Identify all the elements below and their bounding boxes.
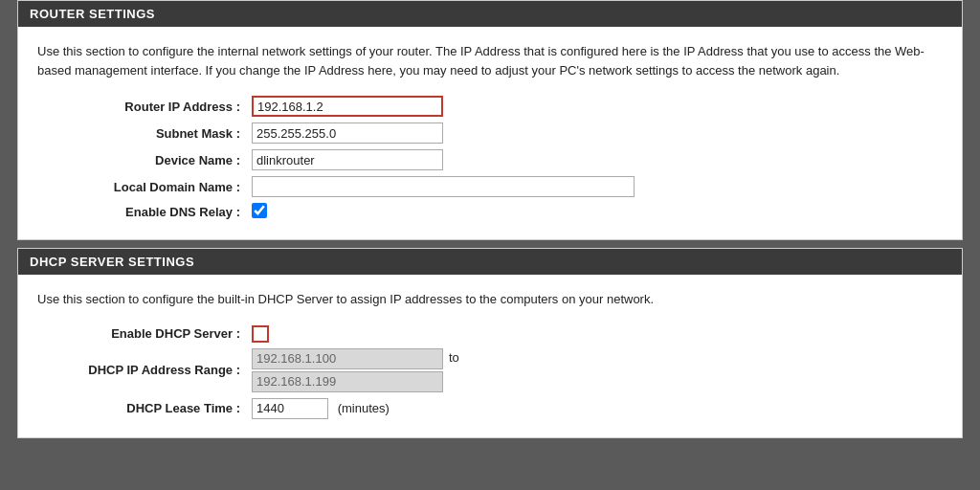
dns-relay-checkbox[interactable] — [252, 203, 267, 218]
section-gap — [0, 240, 980, 248]
router-settings-section: ROUTER SETTINGS Use this section to conf… — [17, 0, 963, 240]
device-name-cell — [248, 146, 943, 173]
dhcp-checkbox-outlined[interactable] — [252, 325, 269, 343]
dhcp-range-cell: to — [248, 345, 943, 395]
dhcp-settings-header: DHCP SERVER SETTINGS — [18, 249, 962, 275]
subnet-mask-row: Subnet Mask : — [37, 120, 943, 146]
dhcp-range-start-input — [252, 348, 443, 369]
dns-relay-cell — [248, 200, 943, 224]
router-ip-label: Router IP Address : — [37, 93, 248, 120]
local-domain-input[interactable] — [252, 176, 635, 197]
dhcp-range-wrapper: to — [252, 348, 939, 392]
lease-time-suffix: (minutes) — [338, 401, 390, 415]
local-domain-cell — [248, 173, 943, 200]
device-name-label: Device Name : — [37, 146, 248, 173]
device-name-input[interactable] — [252, 149, 443, 170]
subnet-mask-input[interactable] — [252, 122, 443, 144]
router-settings-header: ROUTER SETTINGS — [18, 1, 962, 27]
router-settings-form: Router IP Address : Subnet Mask : Device… — [37, 93, 943, 224]
dhcp-settings-body: Use this section to configure the built-… — [18, 275, 962, 437]
enable-dhcp-cell — [248, 323, 943, 345]
dhcp-settings-section: DHCP SERVER SETTINGS Use this section to… — [17, 248, 963, 438]
subnet-mask-cell — [248, 120, 943, 146]
main-container: ROUTER SETTINGS Use this section to conf… — [0, 0, 980, 438]
dhcp-range-to-label: to — [449, 350, 459, 365]
dhcp-range-end-input — [252, 371, 443, 392]
device-name-row: Device Name : — [37, 146, 943, 173]
router-ip-cell — [248, 93, 943, 120]
router-ip-input[interactable] — [252, 96, 443, 117]
enable-dhcp-row: Enable DHCP Server : — [37, 323, 943, 345]
dns-relay-label: Enable DNS Relay : — [37, 200, 248, 224]
dhcp-settings-description: Use this section to configure the built-… — [37, 290, 943, 309]
lease-time-input[interactable] — [252, 398, 328, 419]
router-settings-body: Use this section to configure the intern… — [18, 27, 962, 239]
subnet-mask-label: Subnet Mask : — [37, 120, 248, 146]
dns-relay-row: Enable DNS Relay : — [37, 200, 943, 224]
local-domain-label: Local Domain Name : — [37, 173, 248, 200]
lease-time-row: DHCP Lease Time : (minutes) — [37, 395, 943, 422]
router-ip-row: Router IP Address : — [37, 93, 943, 120]
router-settings-description: Use this section to configure the intern… — [37, 42, 943, 79]
dhcp-settings-form: Enable DHCP Server : DHCP IP Address Ran… — [37, 323, 943, 422]
lease-time-cell: (minutes) — [248, 395, 943, 422]
dhcp-range-row: DHCP IP Address Range : to — [37, 345, 943, 395]
local-domain-row: Local Domain Name : — [37, 173, 943, 200]
dhcp-range-label: DHCP IP Address Range : — [37, 345, 248, 395]
dhcp-range-inputs — [252, 348, 443, 392]
lease-time-label: DHCP Lease Time : — [37, 395, 248, 422]
enable-dhcp-label: Enable DHCP Server : — [37, 323, 248, 345]
